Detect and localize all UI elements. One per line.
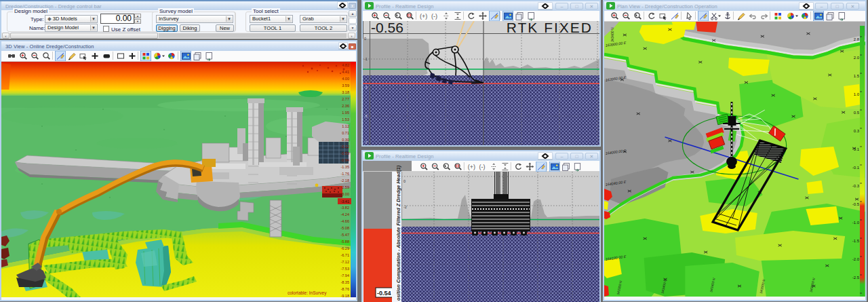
svg-text:0.1: 0.1 [854,147,860,151]
svg-text:-1.5: -1.5 [852,239,860,243]
svg-text:4.00: 4.00 [342,77,349,81]
svg-text:2.8: 2.8 [854,37,860,41]
svg-text:0.71: 0.71 [342,131,349,135]
svg-text:1.5: 1.5 [854,74,860,78]
svg-text:(+): (+) [468,163,475,170]
svg-text:-0.1: -0.1 [852,166,860,170]
svg-text:-2.0: -2.0 [852,257,860,261]
svg-text:-0.12: -0.12 [340,145,349,149]
svg-text:2.36: 2.36 [342,104,349,108]
svg-text:-5: -5 [364,114,368,118]
svg-text:-2.59: -2.59 [340,185,349,189]
svg-text:-9.18: -9.18 [340,294,349,297]
svg-text:-8.35: -8.35 [340,280,349,284]
svg-text:0: 0 [364,37,366,41]
svg-text:-2.5: -2.5 [852,276,860,280]
svg-text:-0.53: -0.53 [340,151,349,155]
svg-text:0.3: 0.3 [854,129,860,133]
svg-text:-2: -2 [403,205,407,209]
svg-text:-8.76: -8.76 [340,287,349,291]
svg-text:0: 0 [403,179,406,183]
svg-text:-7.53: -7.53 [340,267,349,271]
svg-text:-0.5: -0.5 [852,202,860,206]
svg-text:-1: -1 [364,57,368,61]
svg-text:(-): (-) [479,163,486,170]
svg-text:-4.66: -4.66 [340,219,349,223]
svg-text:0.5: 0.5 [854,111,860,115]
svg-text:-0.54: -0.54 [377,290,391,297]
svg-text:-5.08: -5.08 [340,226,349,230]
svg-text:-3: -3 [364,86,368,90]
svg-text:-3.00: -3.00 [340,192,349,196]
svg-text:1.0: 1.0 [854,92,860,96]
svg-text:2.0: 2.0 [854,56,860,60]
svg-text:-0.94: -0.94 [340,158,349,162]
svg-text:-3.41: -3.41 [340,200,349,204]
svg-text:-5.88: -5.88 [340,240,349,244]
svg-text:4.41: 4.41 [342,70,349,74]
svg-text:1.12: 1.12 [342,124,349,128]
svg-text:3.18: 3.18 [342,90,349,94]
svg-text:-4.24: -4.24 [340,212,349,216]
svg-text:4.82: 4.82 [342,63,349,67]
svg-text:-1.0: -1.0 [852,221,860,225]
svg-text:2.77: 2.77 [342,97,349,101]
svg-text:1.53: 1.53 [342,117,349,121]
svg-text:-1.35: -1.35 [340,165,349,169]
svg-text:-0.56: -0.56 [371,21,403,35]
svg-text:-7: -7 [364,140,368,145]
svg-text:-6.71: -6.71 [340,253,349,257]
svg-text:(-): (-) [431,13,437,20]
svg-text:osition Computation - Absolute: osition Computation - Absolute Filtered … [395,165,401,301]
svg-text:1.95: 1.95 [342,111,349,115]
svg-text:-2.18: -2.18 [340,178,349,183]
svg-text:-7.94: -7.94 [340,273,349,278]
svg-text:-1.76: -1.76 [340,172,349,176]
svg-text:-6.29: -6.29 [340,246,349,250]
svg-text:(+): (+) [420,13,427,20]
svg-text:-5.47: -5.47 [340,233,349,237]
svg-text:3.59: 3.59 [342,83,349,88]
svg-text:-0.3: -0.3 [852,184,860,188]
svg-text:RTK FIXED: RTK FIXED [507,21,593,35]
svg-text:0.30: 0.30 [342,138,349,142]
svg-text:-7.12: -7.12 [340,260,349,264]
svg-text:-3.82: -3.82 [340,206,349,210]
svg-text:343400 N: 343400 N [610,27,614,42]
